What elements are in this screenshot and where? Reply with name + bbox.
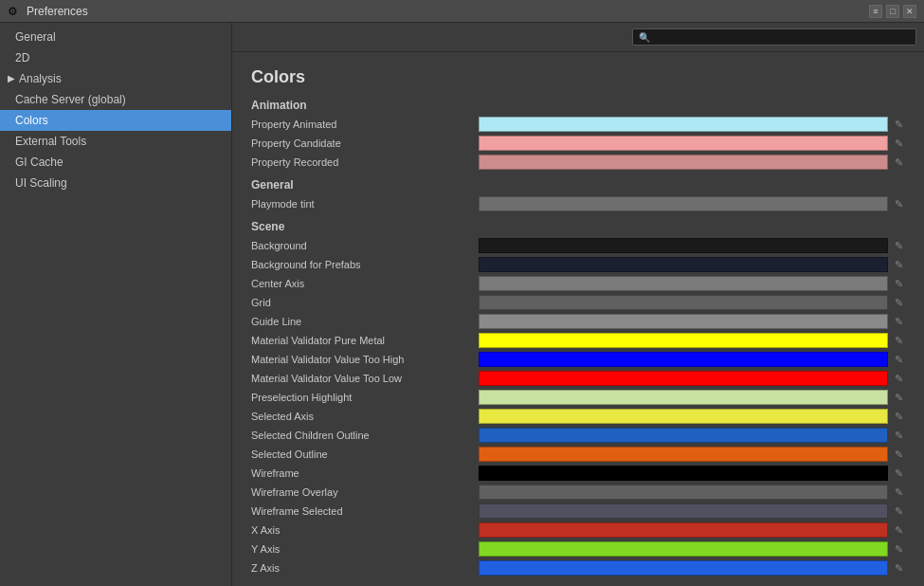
color-row: Selected Axis✎ xyxy=(251,408,905,425)
eyedropper-icon[interactable]: ✎ xyxy=(892,448,905,461)
eyedropper-icon[interactable]: ✎ xyxy=(892,258,905,271)
color-swatch[interactable] xyxy=(479,333,888,348)
section-header-animation: Animation xyxy=(251,99,905,112)
color-swatch[interactable] xyxy=(479,276,888,291)
color-row: Property Animated✎ xyxy=(251,116,905,133)
search-input[interactable] xyxy=(654,31,910,43)
color-row: Background✎ xyxy=(251,237,905,254)
color-swatch-wrap: ✎ xyxy=(479,238,905,253)
color-swatch[interactable] xyxy=(479,314,888,329)
color-swatch[interactable] xyxy=(479,155,888,170)
eyedropper-icon[interactable]: ✎ xyxy=(892,277,905,290)
close-button[interactable]: ✕ xyxy=(903,5,916,18)
color-swatch-wrap: ✎ xyxy=(479,136,905,151)
color-label: Background xyxy=(251,240,479,251)
title-bar: ⚙ Preferences ≡ □ ✕ xyxy=(0,0,924,23)
eyedropper-icon[interactable]: ✎ xyxy=(892,156,905,169)
color-swatch-wrap: ✎ xyxy=(479,447,905,462)
color-label: Material Validator Value Too High xyxy=(251,354,479,365)
color-swatch[interactable] xyxy=(479,428,888,443)
color-label: Background for Prefabs xyxy=(251,259,479,270)
eyedropper-icon[interactable]: ✎ xyxy=(892,504,905,518)
color-swatch[interactable] xyxy=(479,371,888,386)
sidebar-item-general[interactable]: General xyxy=(0,27,231,47)
color-row: Wireframe Overlay✎ xyxy=(251,484,905,501)
color-label: X Axis xyxy=(251,524,479,536)
eyedropper-icon[interactable]: ✎ xyxy=(892,372,905,385)
eyedropper-icon[interactable]: ✎ xyxy=(892,353,905,366)
sidebar-item-label: Cache Server (global) xyxy=(15,92,126,107)
color-swatch-wrap: ✎ xyxy=(479,409,905,424)
color-label: Selected Outline xyxy=(251,449,479,460)
eyedropper-icon[interactable]: ✎ xyxy=(892,542,905,556)
sidebar-item-label: External Tools xyxy=(15,134,86,149)
color-row: Wireframe✎ xyxy=(251,465,905,482)
color-swatch-wrap: ✎ xyxy=(479,257,905,272)
eyedropper-icon[interactable]: ✎ xyxy=(892,410,905,423)
color-swatch[interactable] xyxy=(479,560,888,576)
color-label: Playmode tint xyxy=(251,198,479,210)
sidebar-item-colors[interactable]: Colors xyxy=(0,110,231,131)
color-label: Wireframe Selected xyxy=(251,505,479,517)
color-swatch[interactable] xyxy=(479,541,888,557)
color-swatch[interactable] xyxy=(479,257,888,272)
color-swatch[interactable] xyxy=(479,466,888,481)
eyedropper-icon[interactable]: ✎ xyxy=(892,467,905,480)
color-row: Material Validator Pure Metal✎ xyxy=(251,332,905,349)
color-swatch[interactable] xyxy=(479,117,888,132)
eyedropper-icon[interactable]: ✎ xyxy=(892,561,905,575)
sidebar-item-external-tools[interactable]: External Tools xyxy=(0,131,231,152)
color-swatch-wrap: ✎ xyxy=(479,371,905,386)
color-row: Grid✎ xyxy=(251,294,905,311)
color-swatch[interactable] xyxy=(479,409,888,424)
color-swatch[interactable] xyxy=(479,390,888,405)
color-swatch[interactable] xyxy=(479,504,888,519)
color-swatch[interactable] xyxy=(479,136,888,151)
color-label: Material Validator Pure Metal xyxy=(251,335,479,346)
sidebar-item-label: Colors xyxy=(15,113,48,128)
sidebar-item-label: General xyxy=(15,29,56,45)
eyedropper-icon[interactable]: ✎ xyxy=(892,334,905,347)
sidebar-item-cache-server[interactable]: Cache Server (global) xyxy=(0,89,231,110)
color-label: Property Candidate xyxy=(251,137,479,149)
sidebar-item-label: Analysis xyxy=(19,71,62,86)
eyedropper-icon[interactable]: ✎ xyxy=(892,523,905,537)
color-swatch-wrap: ✎ xyxy=(479,522,905,538)
sidebar-item-2d[interactable]: 2D xyxy=(0,47,231,68)
search-bar: 🔍 xyxy=(232,23,924,52)
menu-button[interactable]: ≡ xyxy=(869,5,882,18)
maximize-button[interactable]: □ xyxy=(886,5,899,18)
color-row: Y Axis✎ xyxy=(251,540,905,558)
color-swatch[interactable] xyxy=(479,196,888,211)
color-swatch-wrap: ✎ xyxy=(479,352,905,367)
color-swatch-wrap: ✎ xyxy=(479,155,905,170)
color-swatch[interactable] xyxy=(479,485,888,500)
eyedropper-icon[interactable]: ✎ xyxy=(892,239,905,252)
eyedropper-icon[interactable]: ✎ xyxy=(892,429,905,442)
color-swatch-wrap: ✎ xyxy=(479,117,905,132)
color-label: Selected Axis xyxy=(251,411,479,422)
eyedropper-icon[interactable]: ✎ xyxy=(892,137,905,150)
eyedropper-icon[interactable]: ✎ xyxy=(892,391,905,404)
color-swatch-wrap: ✎ xyxy=(479,314,905,329)
color-swatch[interactable] xyxy=(479,522,888,538)
color-row: Property Recorded✎ xyxy=(251,154,905,171)
eyedropper-icon[interactable]: ✎ xyxy=(892,118,905,131)
eyedropper-icon[interactable]: ✎ xyxy=(892,315,905,328)
eyedropper-icon[interactable]: ✎ xyxy=(892,485,905,499)
sidebar-arrow-icon: ▶ xyxy=(8,71,15,86)
color-label: Y Axis xyxy=(251,543,479,555)
eyedropper-icon[interactable]: ✎ xyxy=(892,296,905,309)
color-label: Material Validator Value Too Low xyxy=(251,373,479,384)
color-swatch[interactable] xyxy=(479,352,888,367)
sidebar-item-analysis[interactable]: ▶Analysis xyxy=(0,68,231,89)
sidebar-item-ui-scaling[interactable]: UI Scaling xyxy=(0,173,231,193)
color-swatch[interactable] xyxy=(479,295,888,310)
color-swatch[interactable] xyxy=(479,238,888,253)
color-swatch[interactable] xyxy=(479,447,888,462)
color-label: Wireframe Overlay xyxy=(251,486,479,498)
sidebar-item-gi-cache[interactable]: GI Cache xyxy=(0,152,231,173)
eyedropper-icon[interactable]: ✎ xyxy=(892,197,905,211)
section-header-scene: Scene xyxy=(251,220,905,233)
main-container: General2D▶AnalysisCache Server (global)C… xyxy=(0,23,924,586)
